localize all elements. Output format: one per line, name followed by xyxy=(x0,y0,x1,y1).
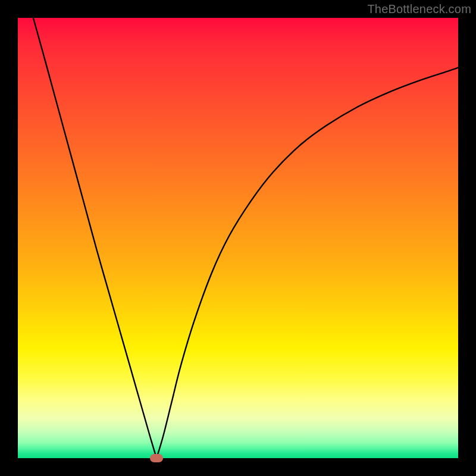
chart-frame: TheBottleneck.com xyxy=(0,0,476,476)
watermark-text: TheBottleneck.com xyxy=(367,2,471,16)
plot-area xyxy=(18,18,458,458)
min-point-marker xyxy=(150,454,163,462)
curve-svg xyxy=(18,18,458,458)
curve-right-branch xyxy=(156,68,458,458)
curve-left-branch xyxy=(33,18,156,458)
